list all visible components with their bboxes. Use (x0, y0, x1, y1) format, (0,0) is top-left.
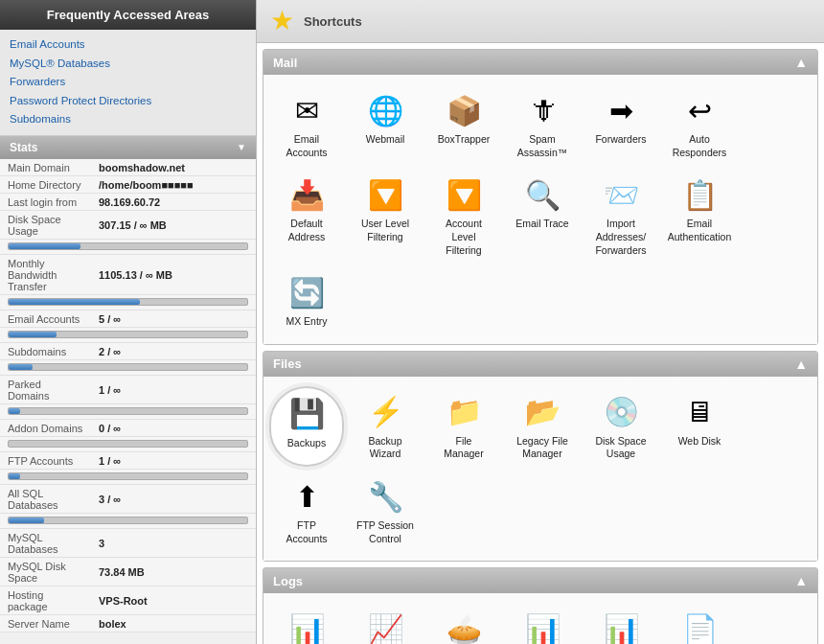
star-icon: ★ (270, 8, 294, 34)
bandwidth-icon: 📈 (365, 609, 405, 644)
email-trace-label: Email Trace (515, 218, 568, 231)
sections-container: Mail▲✉Email Accounts🌐Webmail📦BoxTrapper🗡… (257, 49, 824, 644)
auto-responders-label: Auto Responders (673, 133, 727, 159)
table-row: Parked Domains1 / ∞ (0, 375, 256, 403)
mx-entry-label: MX Entry (286, 315, 327, 329)
boxtrapper-label: BoxTrapper (438, 133, 490, 147)
icon-boxtrapper[interactable]: 📦BoxTrapper (426, 84, 501, 165)
section-arrow-logs[interactable]: ▲ (794, 573, 808, 588)
icon-legacy-file-manager[interactable]: 📂Legacy File Manager (505, 386, 580, 467)
mx-entry-icon: 🔄 (286, 272, 327, 312)
section-arrow-files[interactable]: ▲ (794, 356, 808, 372)
section-mail: Mail▲✉Email Accounts🌐Webmail📦BoxTrapper🗡… (263, 49, 818, 345)
file-manager-label: File Manager (444, 435, 483, 461)
email-authentication-icon: 📋 (679, 174, 720, 215)
icon-ftp-accounts[interactable]: ⬆FTP Accounts (269, 471, 344, 551)
stat-bar-row (0, 513, 256, 528)
forwarders-icon: ➡ (601, 90, 641, 130)
stat-value: 3 (91, 528, 256, 557)
icon-email-accounts[interactable]: ✉Email Accounts (269, 84, 344, 165)
stat-label: Disk Space Usage (0, 210, 91, 239)
icon-user-level-filtering[interactable]: 🔽User Level Filtering (348, 169, 423, 263)
import-addresses-label: Import Addresses/ Forwarders (595, 218, 646, 257)
email-accounts-label: Email Accounts (286, 133, 327, 159)
icon-file-manager[interactable]: 📁File Manager (426, 386, 501, 467)
icon-webalizer-ftp[interactable]: 📊Webalizer FTP (584, 603, 658, 644)
icon-auto-responders[interactable]: ↩Auto Responders (662, 84, 737, 165)
stats-arrow-icon[interactable]: ▼ (237, 142, 246, 152)
stat-bar-row (0, 469, 256, 484)
frequent-areas-title: Frequently Accessed Areas (47, 8, 210, 22)
section-arrow-mail[interactable]: ▲ (794, 55, 808, 70)
icons-grid-mail: ✉Email Accounts🌐Webmail📦BoxTrapper🗡Spam … (263, 75, 817, 344)
section-logs: Logs▲📊Latest Visitors📈Bandwidth🥧Logaholi… (263, 567, 818, 644)
icon-default-address[interactable]: 📥Default Address (269, 169, 344, 263)
stat-label: Parked Domains (0, 375, 91, 403)
stat-bar (8, 440, 248, 448)
main-content: ★ Shortcuts Mail▲✉Email Accounts🌐Webmail… (257, 0, 824, 644)
stat-value: 1 / ∞ (91, 375, 256, 403)
stat-label: Subdomains (0, 342, 91, 359)
user-level-filtering-icon: 🔽 (365, 174, 405, 215)
sidebar-link-email-accounts[interactable]: Email Accounts (10, 35, 246, 55)
stat-bar (8, 407, 248, 415)
icon-webmail[interactable]: 🌐Webmail (348, 84, 423, 165)
icon-backup-wizard[interactable]: ⚡Backup Wizard (348, 386, 423, 467)
spam-assassin-icon: 🗡 (522, 90, 562, 130)
email-authentication-label: Email Authentication (668, 218, 732, 243)
icon-backups[interactable]: 💾Backups (269, 386, 344, 467)
icon-account-level-filtering[interactable]: 🔽Account Level Filtering (426, 169, 501, 263)
legacy-file-manager-icon: 📂 (522, 392, 562, 432)
icons-grid-logs: 📊Latest Visitors📈Bandwidth🥧Logaholic📊Web… (263, 593, 817, 644)
table-row: Server Namebolex (0, 614, 256, 632)
section-header-mail: Mail▲ (263, 50, 817, 75)
sidebar-link-password-protect-directories[interactable]: Password Protect Directories (10, 92, 246, 111)
stat-value: boomshadow.net (91, 159, 256, 176)
icon-web-disk[interactable]: 🖥Web Disk (662, 386, 737, 467)
default-address-label: Default Address (288, 218, 326, 243)
file-manager-icon: 📁 (444, 392, 484, 432)
webmail-icon: 🌐 (365, 90, 405, 130)
table-row: FTP Accounts1 / ∞ (0, 451, 256, 469)
icon-spam-assassin[interactable]: 🗡Spam Assassin™ (505, 84, 580, 165)
icon-mx-entry[interactable]: 🔄MX Entry (269, 266, 344, 334)
stats-section: Stats ▼ Main Domainboomshadow.netHome Di… (0, 136, 256, 632)
stat-value: 98.169.60.72 (91, 193, 256, 210)
icon-email-authentication[interactable]: 📋Email Authentication (662, 169, 737, 263)
sidebar-link-subdomains[interactable]: Subdomains (10, 110, 246, 129)
table-row: Email Accounts5 / ∞ (0, 310, 256, 327)
icon-logaholic[interactable]: 🥧Logaholic (426, 603, 501, 644)
stats-title: Stats (10, 141, 37, 154)
stats-header: Stats ▼ (0, 136, 256, 159)
icon-disk-space-usage[interactable]: 💿Disk Space Usage (584, 386, 658, 467)
stats-table: Main Domainboomshadow.netHome Directory/… (0, 159, 256, 632)
icon-raw-access-logs[interactable]: 📄Raw Access Logs (662, 603, 737, 644)
stat-label: Monthly Bandwidth Transfer (0, 254, 91, 294)
sidebar-link-mysql-databases[interactable]: MySQL® Databases (10, 55, 246, 74)
icon-latest-visitors[interactable]: 📊Latest Visitors (269, 603, 344, 644)
stat-label: Last login from (0, 193, 91, 210)
webalizer-ftp-icon: 📊 (601, 609, 641, 644)
logaholic-icon: 🥧 (444, 609, 484, 644)
sidebar-link-forwarders[interactable]: Forwarders (10, 73, 246, 92)
icon-import-addresses[interactable]: 📨Import Addresses/ Forwarders (584, 169, 658, 263)
icon-webalizer[interactable]: 📊Webalizer (505, 603, 580, 644)
web-disk-label: Web Disk (678, 435, 721, 448)
stat-label: Main Domain (0, 159, 91, 176)
icon-bandwidth[interactable]: 📈Bandwidth (348, 603, 423, 644)
backup-wizard-icon: ⚡ (365, 392, 405, 432)
stat-value: VPS-Root (91, 586, 256, 614)
icon-email-trace[interactable]: 🔍Email Trace (505, 169, 580, 263)
stat-label: All SQL Databases (0, 484, 91, 513)
stat-label: Home Directory (0, 175, 91, 193)
raw-access-logs-icon: 📄 (679, 609, 720, 644)
stat-bar-row (0, 239, 256, 254)
icon-ftp-session-control[interactable]: 🔧FTP Session Control (348, 471, 423, 551)
stat-bar-row (0, 359, 256, 375)
icon-forwarders[interactable]: ➡Forwarders (584, 84, 658, 165)
email-trace-icon: 🔍 (522, 174, 562, 215)
stat-value: /home/boom■■■■■ (91, 175, 256, 193)
email-accounts-icon: ✉ (286, 90, 327, 130)
stat-value: 307.15 / ∞ MB (91, 210, 256, 239)
disk-space-usage-label: Disk Space Usage (595, 435, 646, 461)
